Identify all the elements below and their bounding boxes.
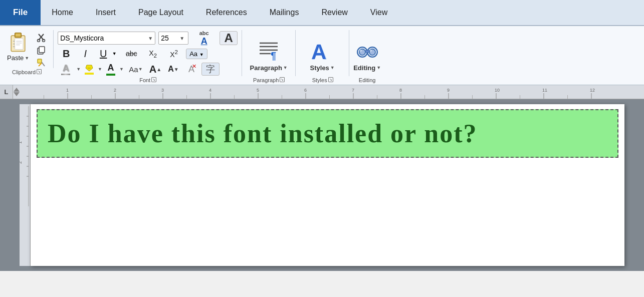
- paragraph-group-wrap: ¶ Paragraph ▼ Paragraph ↘: [242, 30, 296, 85]
- copy-icon: [37, 46, 46, 55]
- document-text[interactable]: Do I have this font installed or not?: [48, 119, 607, 148]
- italic-button[interactable]: I: [78, 47, 93, 60]
- svg-text:4: 4: [209, 88, 211, 93]
- char-spacing-button[interactable]: 字: [201, 63, 220, 76]
- document-text-block[interactable]: Do I have this font installed or not?: [37, 109, 618, 158]
- ruler-L-button[interactable]: L: [0, 85, 13, 99]
- svg-line-18: [39, 63, 42, 66]
- paste-button[interactable]: Paste ▼: [4, 30, 32, 63]
- font-label: Font: [139, 77, 150, 83]
- svg-text:8: 8: [399, 88, 402, 93]
- paragraph-icon: ¶: [256, 37, 282, 63]
- font-size-dropdown[interactable]: ▼: [158, 32, 188, 45]
- vertical-ruler: 1 2: [20, 104, 31, 266]
- styles-label-text: Styles: [310, 64, 329, 72]
- font-color-button[interactable]: A: [105, 62, 117, 76]
- ribbon: Paste ▼: [0, 26, 644, 85]
- editing-group-wrap: Editing ▼ Editing: [349, 30, 385, 85]
- font-name-dropdown[interactable]: ▼: [58, 32, 155, 45]
- font-name-arrow[interactable]: ▼: [148, 36, 153, 41]
- tab-home[interactable]: Home: [41, 0, 85, 25]
- copy-button[interactable]: [33, 45, 49, 56]
- font-expander[interactable]: ↘: [151, 77, 156, 82]
- editing-label-text: Editing: [353, 64, 375, 72]
- editing-button[interactable]: Editing ▼: [353, 37, 381, 72]
- bold-button[interactable]: B: [58, 47, 75, 60]
- strikethrough-button[interactable]: abc: [122, 47, 141, 60]
- svg-point-33: [360, 50, 362, 52]
- clipboard-group: Paste ▼: [0, 30, 54, 85]
- format-painter-icon: [37, 58, 46, 67]
- vertical-ruler-svg: 1 2: [20, 106, 31, 206]
- paragraph-button[interactable]: ¶ Paragraph ▼: [246, 37, 291, 72]
- svg-text:2: 2: [114, 88, 116, 93]
- underline-button[interactable]: U: [96, 47, 110, 60]
- tab-view[interactable]: View: [359, 0, 399, 25]
- svg-rect-2: [16, 34, 20, 37]
- format-painter-button[interactable]: [33, 57, 49, 68]
- svg-text:2: 2: [20, 161, 23, 164]
- tab-insert[interactable]: Insert: [85, 0, 127, 25]
- document-area: 1 2 Do I have this font installed or not…: [0, 99, 644, 271]
- styles-button[interactable]: A A Styles ▼: [300, 37, 345, 72]
- styles-icon: A A: [309, 37, 335, 63]
- svg-text:12: 12: [590, 88, 595, 93]
- font-style-a: A: [201, 36, 207, 47]
- highlight-color-bar: [85, 73, 94, 75]
- svg-text:1: 1: [66, 88, 69, 93]
- font-name-input[interactable]: [60, 34, 148, 42]
- font-color-bar: [106, 74, 115, 76]
- font-row3: A ▼: [58, 62, 238, 76]
- left-indent-top[interactable]: [14, 88, 20, 92]
- svg-point-12: [38, 40, 40, 42]
- svg-text:9: 9: [447, 88, 450, 93]
- svg-text:1: 1: [20, 141, 23, 144]
- svg-text:¶: ¶: [271, 50, 276, 61]
- ruler-bar: L 123456789101112: [0, 85, 644, 99]
- underline-arrow[interactable]: ▼: [110, 47, 118, 60]
- ribbon-groups: Paste ▼: [0, 28, 644, 85]
- font-size-input[interactable]: [161, 34, 178, 42]
- font-row1: ▼ ▼ abc A A: [58, 31, 238, 45]
- paragraph-expander[interactable]: ↘: [280, 77, 285, 82]
- cut-button[interactable]: [33, 32, 49, 43]
- text-effect-button[interactable]: A: [58, 63, 74, 76]
- tab-page-layout[interactable]: Page Layout: [127, 0, 195, 25]
- shrink-font-button[interactable]: A ▼: [165, 63, 181, 76]
- change-case-aa-button[interactable]: Aa ▼: [126, 63, 145, 76]
- font-size-arrow[interactable]: ▼: [178, 36, 186, 41]
- page-container: 1 2 Do I have this font installed or not…: [0, 99, 644, 271]
- svg-rect-6: [15, 39, 24, 50]
- tab-mailings[interactable]: Mailings: [259, 0, 311, 25]
- editing-icon: [354, 37, 380, 63]
- change-case-button[interactable]: Aa ▼: [186, 49, 207, 59]
- cut-icon: [37, 33, 46, 42]
- big-a-button[interactable]: A: [220, 31, 238, 45]
- underline-group: U ▼: [96, 47, 119, 61]
- highlight-button[interactable]: [83, 64, 95, 75]
- tab-review[interactable]: Review: [310, 0, 359, 25]
- svg-rect-32: [365, 50, 369, 53]
- svg-rect-16: [38, 59, 42, 63]
- clear-formatting-button[interactable]: A ✕: [183, 63, 199, 76]
- paste-icon: [8, 31, 29, 54]
- grow-font-button[interactable]: A ▲: [147, 63, 163, 76]
- svg-point-13: [43, 40, 45, 42]
- tab-file[interactable]: File: [0, 0, 41, 25]
- paragraph-dropdown[interactable]: Paragraph: [250, 64, 282, 72]
- styles-group-wrap: A A Styles ▼ Styles ↘: [296, 30, 349, 85]
- font-abc-button[interactable]: abc A: [191, 32, 217, 45]
- styles-label: Styles: [312, 77, 327, 83]
- svg-text:11: 11: [542, 88, 547, 93]
- abc-text: abc: [199, 30, 209, 36]
- clipboard-expander[interactable]: ↘: [37, 69, 42, 74]
- svg-point-34: [370, 50, 372, 52]
- superscript-button[interactable]: X2: [165, 47, 183, 60]
- svg-text:A: A: [312, 40, 326, 63]
- left-indent-bottom[interactable]: [14, 92, 20, 96]
- tab-references[interactable]: References: [195, 0, 259, 25]
- subscript-button[interactable]: X2: [144, 47, 162, 60]
- big-a-label: A: [225, 31, 233, 45]
- svg-text:10: 10: [495, 88, 500, 93]
- styles-expander[interactable]: ↘: [328, 77, 333, 82]
